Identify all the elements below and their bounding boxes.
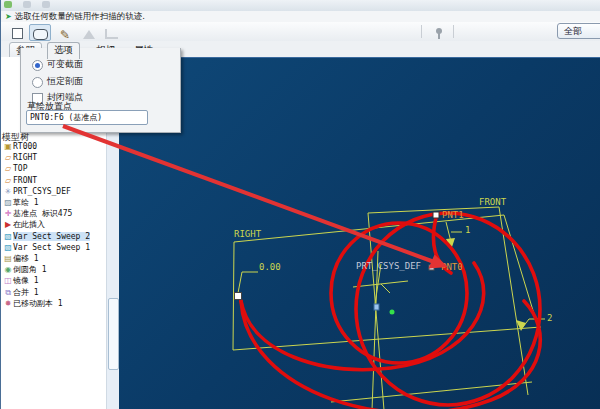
- csys-icon: ✳: [3, 186, 13, 197]
- start-point-handle[interactable]: [235, 293, 242, 300]
- tree-item-merge-1[interactable]: ⧉合并 1: [3, 287, 39, 298]
- section-icon: [12, 28, 23, 39]
- constant-section-label: 恒定剖面: [47, 76, 83, 86]
- tree-item-label: 合并 1: [13, 288, 39, 297]
- tree-item-label: Var Sect Sweep 2: [13, 232, 90, 241]
- offset-icon: ▤: [3, 253, 13, 264]
- toolbar-separator: [453, 25, 454, 38]
- tree-item-moved-copy-1[interactable]: ✸已移动副本 1: [3, 298, 63, 309]
- tree-item-label: TOP: [13, 164, 27, 173]
- titlebar-ghost-icon: [42, 1, 50, 8]
- tree-item-right[interactable]: ▱RIGHT: [3, 152, 37, 163]
- tree-item-mirror-1[interactable]: ◫镜像 1: [3, 275, 39, 286]
- message-bar: ➤选取任何数量的链用作扫描的轨迹.: [1, 11, 600, 22]
- pnt1-label: PNT1: [442, 211, 464, 220]
- tab-options[interactable]: 选项: [47, 42, 80, 59]
- csys-label: PRT_CSYS_DEF: [356, 262, 421, 271]
- tree-item-label: 偏移 1: [13, 254, 39, 263]
- insert-here-icon: ▶: [3, 219, 13, 230]
- dimension-arrowheads: [446, 238, 526, 331]
- tree-item-offset-1[interactable]: ▤偏移 1: [3, 253, 39, 264]
- tree-item-label: 倒圆角 1: [13, 265, 47, 274]
- corner-option-button-disabled: [101, 24, 121, 39]
- surface-icon: [83, 30, 95, 39]
- tree-scrollbar-thumb[interactable]: [108, 298, 119, 370]
- message-text: 选取任何数量的链用作扫描的轨迹.: [15, 11, 145, 21]
- tree-item-sketch-1[interactable]: ▨草绘 1: [3, 197, 39, 208]
- pause-pin-button[interactable]: [434, 25, 444, 38]
- sweep-feature-icon: ▧: [3, 242, 13, 253]
- pin-icon: [434, 27, 444, 40]
- tree-item-rt000[interactable]: ▣RT000: [3, 141, 37, 152]
- drag-handle-green[interactable]: [390, 310, 395, 315]
- pnt0-marker[interactable]: [429, 265, 434, 270]
- variable-section-label: 可变截面: [47, 59, 83, 69]
- dim-zero-label: 0.00: [259, 263, 281, 272]
- tree-item-label: 在此插入: [13, 220, 45, 229]
- prompt-arrow-icon: ➤: [5, 12, 12, 21]
- pencil-icon: ✎: [60, 28, 70, 42]
- datum-plane-icon: ▱: [3, 152, 13, 163]
- sketch-edit-button[interactable]: ✎: [55, 24, 75, 39]
- tree-item-datum-point[interactable]: ✛基准点 标识475: [3, 208, 72, 219]
- moved-copy-icon: ✸: [3, 298, 13, 309]
- titlebar-ghost-icon: [23, 1, 31, 8]
- tree-item-label: PRT_CSYS_DEF: [13, 187, 71, 196]
- creo-window: { "colors": { "viewport_bg": "#0a3a66", …: [0, 0, 600, 409]
- tree-item-label: 基准点 标识475: [13, 209, 72, 218]
- sweep-section-icon: [33, 29, 48, 40]
- toolbar-separator: [421, 25, 422, 38]
- graphics-viewport[interactable]: RIGHT FRONT PNT1 PRT_CSYS_DEF PNT0 0.00 …: [119, 57, 600, 409]
- corner-icon: [105, 29, 118, 39]
- right-plane-label: RIGHT: [234, 230, 261, 239]
- tree-item-round-1[interactable]: ◉倒圆角 1: [3, 264, 47, 275]
- datum-plane-icon: ▱: [3, 175, 13, 186]
- dim-two-label: 2: [547, 314, 552, 323]
- tree-item-insert-here[interactable]: ▶在此插入: [3, 219, 45, 230]
- part-icon: ▣: [3, 141, 13, 152]
- mirror-icon: ◫: [3, 275, 13, 286]
- tree-item-label: 已移动副本 1: [13, 299, 63, 308]
- app-icon: [4, 1, 12, 8]
- drag-handle-blue[interactable]: [374, 304, 379, 310]
- sweep-feature-icon: ▧: [3, 231, 13, 242]
- front-plane-label: FRONT: [479, 198, 506, 207]
- tree-item-var-sect-sweep-1[interactable]: ▧Var Sect Sweep 1: [3, 242, 90, 253]
- options-dropdown-panel: 可变截面 恒定剖面 封闭端点 草绘放置点 PNT0:F6 (基准点): [20, 48, 181, 133]
- pnt1-marker[interactable]: [433, 212, 439, 218]
- pnt0-label: PNT0: [441, 263, 463, 272]
- viewport-geometry: [119, 58, 600, 409]
- tree-item-top[interactable]: ▱TOP: [3, 163, 27, 174]
- datum-point-icon: ✛: [3, 208, 13, 219]
- tree-item-label: RIGHT: [13, 153, 37, 162]
- variable-section-radio[interactable]: [32, 60, 43, 71]
- feature-toolbar: ✎ 全部: [1, 22, 600, 42]
- sweep-section-toggle-button[interactable]: [29, 24, 51, 41]
- constant-section-radio[interactable]: [32, 77, 43, 88]
- tree-item-label: 镜像 1: [13, 276, 39, 285]
- tree-item-front[interactable]: ▱FRONT: [3, 175, 37, 186]
- tree-item-prt-csys-def[interactable]: ✳PRT_CSYS_DEF: [3, 186, 71, 197]
- section-plane-icon-button[interactable]: [7, 24, 27, 39]
- sketch-icon: ▨: [3, 197, 13, 208]
- tree-item-var-sect-sweep-2[interactable]: ▧Var Sect Sweep 2: [3, 231, 90, 242]
- tree-item-label: Var Sect Sweep 1: [13, 243, 90, 252]
- sketch-placement-point-field[interactable]: PNT0:F6 (基准点): [26, 110, 148, 125]
- tree-item-label: FRONT: [13, 176, 37, 185]
- tree-item-label: RT000: [13, 142, 37, 151]
- dim-one-label: 1: [465, 226, 470, 235]
- round-icon: ◉: [3, 264, 13, 275]
- all-button[interactable]: 全部: [557, 23, 600, 39]
- merge-icon: ⧉: [3, 287, 13, 298]
- tree-item-label: 草绘 1: [13, 198, 39, 207]
- surface-option-button-disabled: [79, 24, 99, 39]
- datum-plane-icon: ▱: [3, 163, 13, 174]
